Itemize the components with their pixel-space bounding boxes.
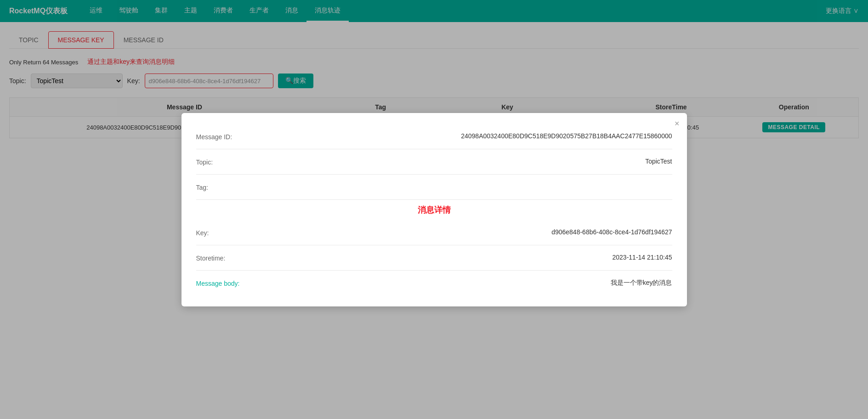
modal-field-storetime: Storetime: 2023-11-14 21:10:45 [196,245,672,271]
modal-value-body: 我是一个带key的消息 [251,279,672,287]
modal-value-storetime: 2023-11-14 21:10:45 [251,254,672,261]
modal-label-topic: Topic: [196,158,251,166]
modal-field-topic: Topic: TopicTest [196,149,672,175]
modal-overlay: × Message ID: 24098A0032400E80D9C518E9D9… [0,0,868,419]
modal-field-key: Key: d906e848-68b6-408c-8ce4-1d76df19462… [196,220,672,245]
modal-label-storetime: Storetime: [196,254,251,262]
modal-annotation: 消息详情 [196,200,672,220]
modal-label-message-id: Message ID: [196,132,251,141]
modal-value-message-id: 24098A0032400E80D9C518E9D9020575B27B18B4… [251,132,672,140]
modal-close-button[interactable]: × [675,119,680,128]
modal-field-message-id: Message ID: 24098A0032400E80D9C518E9D902… [196,124,672,149]
modal-field-tag: Tag: [196,175,672,200]
modal-dialog: × Message ID: 24098A0032400E80D9C518E9D9… [182,113,687,306]
modal-label-tag: Tag: [196,183,251,191]
modal-label-body: Message body: [196,279,251,287]
modal-value-key: d906e848-68b6-408c-8ce4-1d76df194627 [251,228,672,236]
modal-value-topic: TopicTest [251,158,672,165]
modal-field-body: Message body: 我是一个带key的消息 [196,271,672,295]
modal-label-key: Key: [196,228,251,237]
